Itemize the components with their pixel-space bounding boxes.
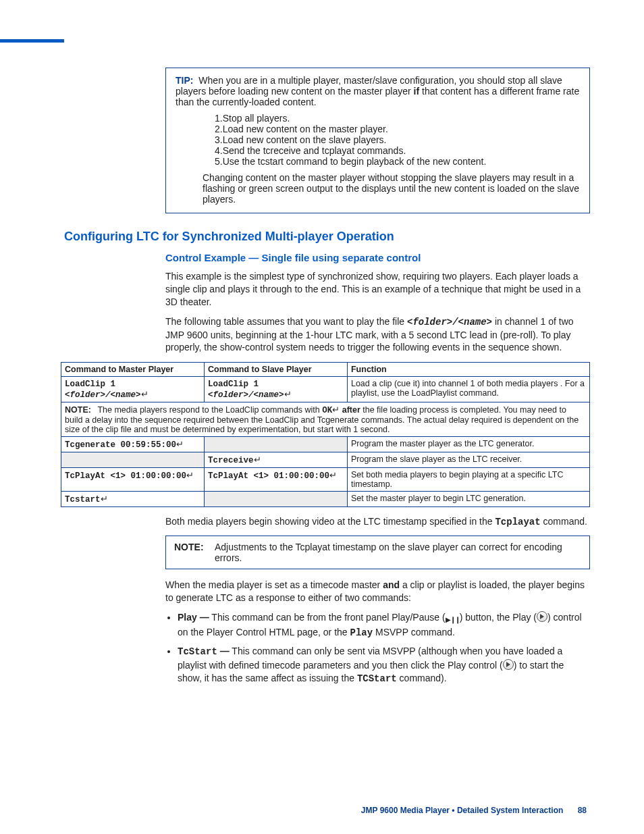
- page-number: 88: [578, 806, 587, 815]
- tip-intro-bold: if: [414, 86, 420, 97]
- ok-code: OK: [322, 406, 332, 415]
- bold: after: [340, 405, 360, 415]
- paragraph: When the media player is set as a timeco…: [165, 579, 590, 604]
- table-row: Tcstart Set the master player to begin L…: [61, 492, 590, 507]
- text: MSVPP command.: [373, 627, 455, 637]
- heading-h2: Configuring LTC for Synchronized Multi-p…: [64, 230, 590, 244]
- tcstart-label: TcStart: [178, 646, 217, 657]
- tip-step: Send the tcreceive and tcplayat commands…: [223, 145, 406, 156]
- bold: and: [383, 579, 400, 590]
- dash: —: [217, 646, 230, 656]
- table-header-row: Command to Master Player Command to Slav…: [61, 363, 590, 377]
- enter-icon: [101, 495, 108, 504]
- empty-cell: [204, 492, 347, 507]
- cmd: TcPlayAt <1> 01:00:00:00: [65, 471, 186, 481]
- list-item: TcStart — This command can only be sent …: [178, 645, 590, 686]
- play-circle-icon: [503, 659, 514, 670]
- page: TIP: When you are in a multiple player, …: [0, 0, 644, 834]
- table-row: LoadClip 1 <folder>/<name> LoadClip 1 <f…: [61, 377, 590, 402]
- list-item: Play — This command can be from the fron…: [178, 611, 590, 640]
- arg: <folder>/<name>: [208, 390, 284, 400]
- command-list: Play — This command can be from the fron…: [178, 611, 590, 686]
- text: command).: [397, 673, 447, 683]
- text: The following table assumes that you wan…: [165, 316, 407, 327]
- enter-icon: [254, 456, 261, 465]
- play-pause-icon: [446, 613, 460, 626]
- enter-icon: [141, 390, 149, 400]
- func: Set both media players to begin playing …: [347, 468, 589, 492]
- tip-steps: 1.Stop all players. 2.Load new content o…: [203, 113, 580, 167]
- enter-icon: [329, 471, 337, 481]
- code: <folder>/<name>: [407, 317, 492, 328]
- cmd: Tcreceive: [208, 456, 254, 465]
- th-slave: Command to Slave Player: [204, 363, 347, 377]
- note-box: NOTE: Adjustments to the Tcplayat timest…: [165, 536, 590, 569]
- tip-step: Load new content on the slave players.: [223, 134, 387, 145]
- func: Set the master player to begin LTC gener…: [347, 492, 589, 507]
- text: ) button, the Play (: [460, 612, 537, 623]
- enter-icon: [186, 471, 194, 481]
- play-circle-icon: [537, 611, 547, 622]
- code: Tcplayat: [495, 517, 540, 527]
- cmd: Tcgenerate 00:59:55:00: [65, 440, 176, 450]
- tip-outro: Changing content on the master player wi…: [203, 172, 580, 205]
- cmd: LoadClip 1: [65, 380, 115, 389]
- tip-label: TIP:: [176, 75, 193, 86]
- th-function: Function: [347, 363, 589, 377]
- tip-step: Use the tcstart command to begin playbac…: [223, 156, 487, 167]
- play-label: Play —: [178, 612, 209, 623]
- paragraph: The following table assumes that you wan…: [165, 315, 590, 355]
- table-row: Tcgenerate 00:59:55:00 Program the maste…: [61, 437, 590, 452]
- cmd: TcPlayAt <1> 01:00:00:00: [208, 471, 329, 481]
- func: Load a clip (cue it) into channel 1 of b…: [347, 377, 589, 402]
- enter-icon: [284, 390, 292, 400]
- text: Both media players begin showing video a…: [165, 516, 495, 527]
- note-label: NOTE:: [65, 405, 91, 415]
- table-row: Tcreceive Program the slave player as th…: [61, 452, 590, 468]
- paragraph: Both media players begin showing video a…: [165, 515, 590, 529]
- empty-cell: [204, 437, 347, 452]
- text: This command can be from the front panel…: [209, 612, 446, 623]
- tip-box: TIP: When you are in a multiple player, …: [165, 68, 590, 213]
- th-master: Command to Master Player: [61, 363, 205, 377]
- table-note-row: NOTE: The media players respond to the L…: [61, 402, 590, 437]
- note-text: The media players respond to the LoadCli…: [65, 405, 579, 434]
- enter-icon: [176, 440, 184, 450]
- command-table: Command to Master Player Command to Slav…: [61, 362, 590, 507]
- cmd: LoadClip 1: [208, 380, 259, 389]
- footer-text: JMP 9600 Media Player • Detailed System …: [361, 806, 563, 815]
- note-text: Adjustments to the Tcplayat timestamp on…: [215, 542, 581, 563]
- func: Program the master player as the LTC gen…: [347, 437, 589, 452]
- note-label: NOTE:: [174, 542, 204, 552]
- cmd: Tcstart: [65, 495, 101, 504]
- text: When the media player is set as a timeco…: [165, 579, 383, 590]
- tip-step: Stop all players.: [223, 113, 290, 124]
- func: Program the slave player as the LTC rece…: [347, 452, 589, 468]
- text: command.: [541, 516, 587, 527]
- page-footer: JMP 9600 Media Player • Detailed System …: [361, 806, 587, 815]
- header-bar: [0, 39, 64, 43]
- empty-cell: [61, 452, 205, 468]
- arg: <folder>/<name>: [65, 390, 141, 400]
- table-row: TcPlayAt <1> 01:00:00:00 TcPlayAt <1> 01…: [61, 468, 590, 492]
- heading-h3: Control Example — Single file using sepa…: [165, 252, 590, 263]
- tip-step: Load new content on the master player.: [223, 124, 388, 134]
- paragraph: This example is the simplest type of syn…: [165, 270, 590, 309]
- code: TCStart: [357, 673, 397, 684]
- text: The media players respond to the LoadCli…: [97, 405, 322, 415]
- code: Play: [350, 627, 373, 638]
- enter-icon: [332, 406, 340, 415]
